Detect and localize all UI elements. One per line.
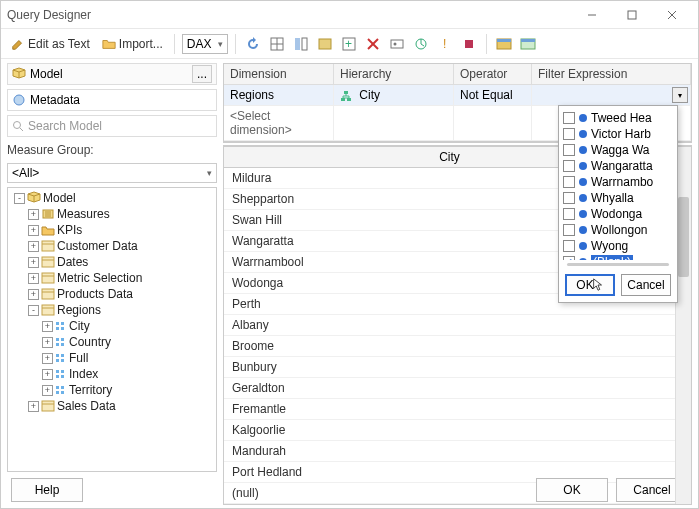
query-mode-icon[interactable]: [518, 34, 538, 54]
cube-icon: [27, 191, 41, 206]
tree-node[interactable]: +Territory: [10, 382, 214, 398]
grid-row[interactable]: Kalgoorlie: [224, 420, 675, 441]
grid-row[interactable]: Fremantle: [224, 399, 675, 420]
tree-node[interactable]: +Index: [10, 366, 214, 382]
language-combo[interactable]: DAX ▾: [182, 34, 228, 54]
measure-group-combo[interactable]: <All> ▾: [7, 163, 217, 183]
tree-node[interactable]: +Dates: [10, 254, 214, 270]
model-browse-button[interactable]: ...: [192, 65, 212, 83]
filter-hierarchy[interactable]: City: [334, 85, 454, 105]
col-dimension[interactable]: Dimension: [224, 64, 334, 84]
tree-node[interactable]: +Measures: [10, 206, 214, 222]
metadata-tree[interactable]: -Model+Measures+KPIs+Customer Data+Dates…: [7, 187, 217, 472]
tree-node[interactable]: +City: [10, 318, 214, 334]
expander-icon[interactable]: +: [28, 273, 39, 284]
expander-icon[interactable]: -: [28, 305, 39, 316]
filter-option[interactable]: Whyalla: [561, 190, 675, 206]
expander-icon[interactable]: +: [28, 241, 39, 252]
tree-node[interactable]: +KPIs: [10, 222, 214, 238]
checkbox[interactable]: [563, 240, 575, 252]
svg-rect-57: [56, 391, 59, 394]
model-header[interactable]: Model ...: [7, 63, 217, 85]
select-dimension[interactable]: <Select dimension>: [224, 106, 334, 140]
expander-icon[interactable]: +: [28, 401, 39, 412]
run-icon[interactable]: !: [435, 34, 455, 54]
maximize-button[interactable]: [612, 4, 652, 26]
col-operator[interactable]: Operator: [454, 64, 532, 84]
grid-row[interactable]: Bunbury: [224, 357, 675, 378]
tree-node[interactable]: +Sales Data: [10, 398, 214, 414]
filter-option[interactable]: Victor Harb: [561, 126, 675, 142]
filter-option[interactable]: Tweed Hea: [561, 110, 675, 126]
expander-icon[interactable]: +: [42, 369, 53, 380]
ok-button[interactable]: OK: [536, 478, 608, 502]
prepare-icon[interactable]: [411, 34, 431, 54]
grid-row[interactable]: Broome: [224, 336, 675, 357]
checkbox[interactable]: [563, 160, 575, 172]
design-mode-icon[interactable]: [494, 34, 514, 54]
filter-expression-cell[interactable]: ▾: [532, 85, 691, 105]
tree-node[interactable]: +Country: [10, 334, 214, 350]
show-empty-icon[interactable]: [315, 34, 335, 54]
expander-icon[interactable]: +: [42, 353, 53, 364]
filter-option[interactable]: Wyong: [561, 238, 675, 254]
filter-option[interactable]: Wangaratta: [561, 158, 675, 174]
refresh-icon[interactable]: [243, 34, 263, 54]
svg-rect-18: [465, 40, 473, 48]
add-calc-icon[interactable]: +: [339, 34, 359, 54]
checkbox[interactable]: [563, 256, 575, 260]
col-filter-expression[interactable]: Filter Expression: [532, 64, 691, 84]
filter-option[interactable]: Warrnambo: [561, 174, 675, 190]
filter-option[interactable]: Wodonga: [561, 206, 675, 222]
tree-node[interactable]: +Customer Data: [10, 238, 214, 254]
popup-ok-button[interactable]: OK: [565, 274, 615, 296]
checkbox[interactable]: [563, 176, 575, 188]
grid-icon[interactable]: [267, 34, 287, 54]
checkbox[interactable]: [563, 128, 575, 140]
cancel-query-icon[interactable]: [459, 34, 479, 54]
delete-icon[interactable]: [363, 34, 383, 54]
expander-icon[interactable]: +: [42, 385, 53, 396]
expander-icon[interactable]: +: [42, 337, 53, 348]
metadata-header[interactable]: Metadata: [7, 89, 217, 111]
filter-row[interactable]: Regions City Not Equal ▾: [224, 85, 691, 106]
filter-option[interactable]: Wagga Wa: [561, 142, 675, 158]
checkbox[interactable]: [563, 144, 575, 156]
minimize-button[interactable]: [572, 4, 612, 26]
search-input[interactable]: Search Model: [7, 115, 217, 137]
filter-option[interactable]: Wollongon: [561, 222, 675, 238]
close-button[interactable]: [652, 4, 692, 26]
help-button[interactable]: Help: [11, 478, 83, 502]
checkbox[interactable]: [563, 224, 575, 236]
expander-icon[interactable]: +: [42, 321, 53, 332]
checkbox[interactable]: [563, 192, 575, 204]
field-icon: [55, 320, 67, 332]
popup-scrollbar[interactable]: [561, 260, 675, 268]
import-button[interactable]: Import...: [98, 35, 167, 53]
col-hierarchy[interactable]: Hierarchy: [334, 64, 454, 84]
tree-node[interactable]: -Model: [10, 190, 214, 206]
dropdown-arrow-icon[interactable]: ▾: [672, 87, 688, 103]
expander-icon[interactable]: +: [28, 209, 39, 220]
expander-icon[interactable]: +: [28, 257, 39, 268]
tree-label: City: [69, 319, 90, 333]
scroll-thumb[interactable]: [678, 197, 689, 277]
filter-operator[interactable]: Not Equal: [454, 85, 532, 105]
tree-node[interactable]: +Metric Selection: [10, 270, 214, 286]
popup-cancel-button[interactable]: Cancel: [621, 274, 671, 296]
parameters-icon[interactable]: [387, 34, 407, 54]
expander-icon[interactable]: +: [28, 225, 39, 236]
grid-row[interactable]: Albany: [224, 315, 675, 336]
tree-node[interactable]: +Full: [10, 350, 214, 366]
edit-as-text-button[interactable]: Edit as Text: [7, 35, 94, 53]
expander-icon[interactable]: +: [28, 289, 39, 300]
grid-row[interactable]: Geraldton: [224, 378, 675, 399]
checkbox[interactable]: [563, 208, 575, 220]
toggle-icon[interactable]: [291, 34, 311, 54]
checkbox[interactable]: [563, 112, 575, 124]
tree-node[interactable]: +Products Data: [10, 286, 214, 302]
expander-icon[interactable]: -: [14, 193, 25, 204]
tree-node[interactable]: -Regions: [10, 302, 214, 318]
filter-dimension[interactable]: Regions: [224, 85, 334, 105]
grid-row[interactable]: Mandurah: [224, 441, 675, 462]
